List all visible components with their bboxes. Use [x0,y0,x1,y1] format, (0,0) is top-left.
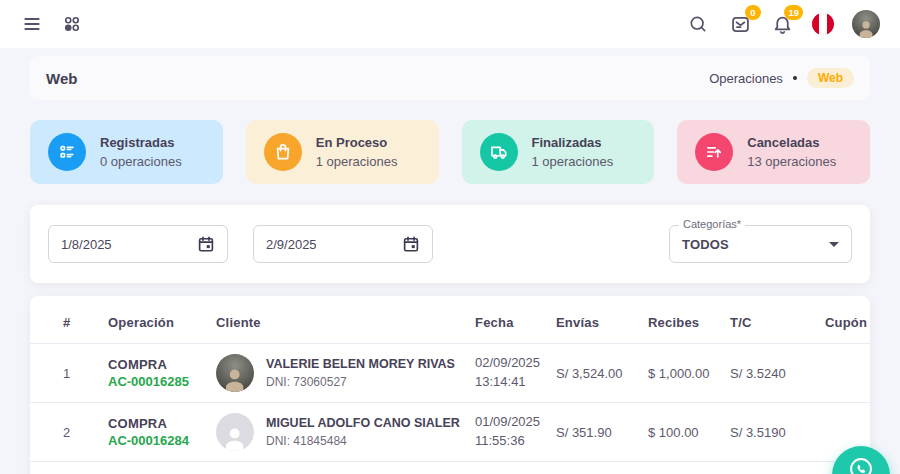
mail-badge: 0 [745,5,761,20]
column-header: # [30,296,108,344]
stat-label: Finalizadas [532,133,614,153]
calendar-icon [402,235,420,253]
apps-grid-icon[interactable] [60,12,84,36]
client-dni: DNI: 73060527 [266,375,455,389]
truck-icon [480,133,518,171]
stat-count: 1 operaciones [532,153,614,171]
breadcrumb-current-pill: Web [807,68,854,88]
topbar: 0 19 [0,0,900,48]
bell-icon[interactable]: 19 [770,12,794,36]
category-select-value: TODOS [682,237,729,252]
stat-card-finalizadas[interactable]: Finalizadas 1 operaciones [462,120,655,184]
stat-card-en-proceso[interactable]: En Proceso 1 operaciones [246,120,439,184]
date-to-input[interactable]: 2/9/2025 [253,225,433,263]
client-avatar [216,413,254,451]
sends-amount: S/ 351.90 [556,403,648,462]
page-title: Web [46,70,77,87]
category-select-label: Categorías* [679,218,745,231]
chevron-down-icon [829,242,839,247]
title-band: Web Operaciones Web [30,56,870,100]
client-avatar [216,354,254,392]
column-header: Envías [556,296,648,344]
coupon-cell [825,344,870,403]
column-header: Cupón [825,296,870,344]
stat-count: 13 operaciones [747,153,836,171]
calendar-icon [197,235,215,253]
operations-table: #OperaciónClienteFechaEnvíasRecibesT/CCu… [30,296,870,462]
row-number: 2 [30,403,108,462]
stat-card-registradas[interactable]: Registradas 0 operaciones [30,120,223,184]
breadcrumb-dot [793,76,797,80]
column-header: Recibes [648,296,730,344]
operation-date: 02/09/2025 [475,354,548,373]
column-header: Operación [108,296,216,344]
table-header-row: #OperaciónClienteFechaEnvíasRecibesT/CCu… [30,296,870,344]
client-name: MIGUEL ADOLFO CANO SIALER [266,416,460,432]
receives-amount: $ 1,000.00 [648,344,730,403]
mail-icon[interactable]: 0 [728,12,752,36]
column-header: Fecha [475,296,556,344]
user-avatar[interactable] [852,10,880,38]
stat-count: 0 operaciones [100,153,182,171]
operation-type: COMPRA [108,416,208,431]
table-row[interactable]: 1 COMPRA AC-00016285 VALERIE BELEN MOREY… [30,344,870,403]
exchange-rate: S/ 3.5190 [730,403,825,462]
hamburger-menu-icon[interactable] [20,12,44,36]
breadcrumb: Operaciones Web [709,68,854,88]
bell-badge: 19 [784,5,803,20]
stat-label: Registradas [100,133,182,153]
list-up-icon [695,133,733,171]
client-name: VALERIE BELEN MOREY RIVAS [266,357,455,373]
operation-time: 13:14:41 [475,373,548,392]
column-header: T/C [730,296,825,344]
stat-label: En Proceso [316,133,398,153]
column-header: Cliente [216,296,475,344]
list-icon [48,133,86,171]
date-from-input[interactable]: 1/8/2025 [48,225,228,263]
operation-type: COMPRA [108,357,208,372]
sends-amount: S/ 3,524.00 [556,344,648,403]
category-select-group: Categorías* TODOS [669,225,852,263]
search-icon[interactable] [686,12,710,36]
stats-row: Registradas 0 operaciones En Proceso 1 o… [30,120,870,184]
operation-code-link[interactable]: AC-00016285 [108,374,208,389]
receives-amount: $ 100.00 [648,403,730,462]
operation-date: 01/09/2025 [475,413,548,432]
breadcrumb-operaciones[interactable]: Operaciones [709,71,783,86]
stat-card-canceladas[interactable]: Canceladas 13 operaciones [677,120,870,184]
operations-table-card: #OperaciónClienteFechaEnvíasRecibesT/CCu… [30,296,870,474]
peru-flag-icon[interactable] [812,13,834,35]
exchange-rate: S/ 3.5240 [730,344,825,403]
client-dni: DNI: 41845484 [266,434,460,448]
stat-label: Canceladas [747,133,836,153]
date-from-value: 1/8/2025 [61,237,112,252]
row-number: 1 [30,344,108,403]
filter-card: 1/8/2025 2/9/2025 Categorías* TODOS [30,205,870,283]
bag-icon [264,133,302,171]
phone-icon [847,455,875,474]
stat-count: 1 operaciones [316,153,398,171]
date-to-value: 2/9/2025 [266,237,317,252]
operation-code-link[interactable]: AC-00016284 [108,433,208,448]
table-row[interactable]: 2 COMPRA AC-00016284 MIGUEL ADOLFO CANO … [30,403,870,462]
operation-time: 11:55:36 [475,432,548,451]
